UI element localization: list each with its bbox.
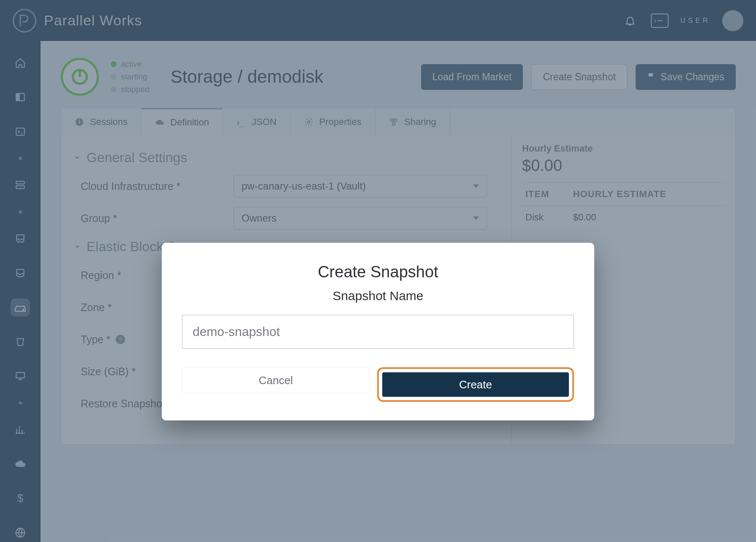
modal-actions: Cancel Create [182,367,574,402]
create-button[interactable]: Create [382,372,569,397]
cancel-button[interactable]: Cancel [182,367,370,393]
modal-subtitle: Snapshot Name [182,289,574,303]
modal-title: Create Snapshot [182,263,574,281]
snapshot-name-input[interactable] [182,315,574,349]
create-button-highlight: Create [377,367,574,402]
create-snapshot-modal: Create Snapshot Snapshot Name Cancel Cre… [162,243,594,420]
modal-overlay[interactable]: Create Snapshot Snapshot Name Cancel Cre… [0,0,756,542]
